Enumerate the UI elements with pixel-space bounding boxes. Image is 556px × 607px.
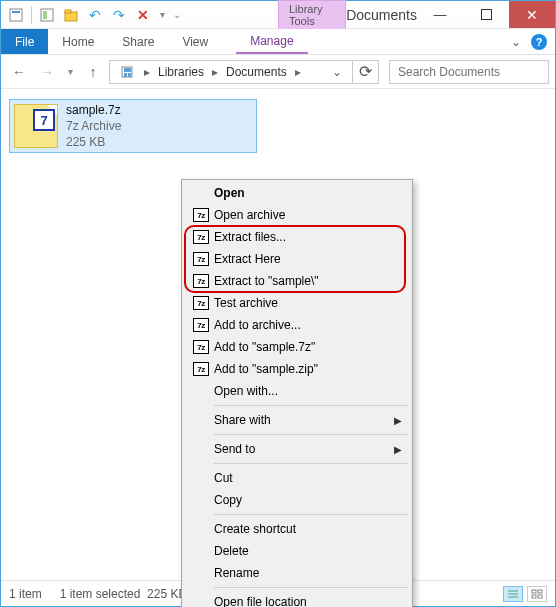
7z-icon: 7z xyxy=(193,274,209,288)
menu-test-archive[interactable]: 7zTest archive xyxy=(184,292,410,314)
view-details-button[interactable] xyxy=(503,586,523,602)
share-tab[interactable]: Share xyxy=(108,29,168,54)
menu-send-to[interactable]: Send to▶ xyxy=(184,438,410,460)
file-item[interactable]: 7 sample.7z 7z Archive 225 KB xyxy=(9,99,257,153)
file-size: 225 KB xyxy=(66,134,121,150)
chevron-right-icon[interactable]: ▸ xyxy=(142,65,152,79)
menu-add-to-zip[interactable]: 7zAdd to "sample.zip" xyxy=(184,358,410,380)
undo-icon[interactable]: ↶ xyxy=(84,4,106,26)
explorer-window: ↶ ↷ ✕ ▾ ⌄ Library Tools Documents — ✕ Fi… xyxy=(0,0,556,607)
menu-separator xyxy=(214,587,408,588)
menu-open-archive[interactable]: 7zOpen archive xyxy=(184,204,410,226)
svg-rect-9 xyxy=(128,73,131,77)
menu-extract-files[interactable]: 7zExtract files... xyxy=(184,226,410,248)
qat-properties-icon[interactable] xyxy=(36,4,58,26)
window-title: Documents xyxy=(346,1,417,28)
7z-icon: 7z xyxy=(193,230,209,244)
status-item-count: 1 item xyxy=(9,587,42,601)
back-button[interactable]: ← xyxy=(7,60,31,84)
menu-add-to-archive[interactable]: 7zAdd to archive... xyxy=(184,314,410,336)
help-icon[interactable]: ? xyxy=(531,34,547,50)
svg-rect-3 xyxy=(43,11,47,19)
ribbon-context-group: Library Tools xyxy=(188,1,346,28)
delete-icon[interactable]: ✕ xyxy=(132,4,154,26)
svg-rect-10 xyxy=(124,68,131,72)
home-tab[interactable]: Home xyxy=(48,29,108,54)
menu-open[interactable]: Open xyxy=(184,182,410,204)
7z-icon: 7z xyxy=(193,362,209,376)
view-tab[interactable]: View xyxy=(168,29,222,54)
file-type: 7z Archive xyxy=(66,118,121,134)
svg-rect-5 xyxy=(65,10,71,13)
qat-overflow-icon[interactable]: ⌄ xyxy=(170,4,184,26)
quick-access-toolbar: ↶ ↷ ✕ ▾ ⌄ xyxy=(1,1,188,28)
breadcrumb-libraries[interactable]: Libraries xyxy=(152,65,210,79)
qat-dropdown-icon[interactable]: ▾ xyxy=(156,4,168,26)
qat-app-icon[interactable] xyxy=(5,4,27,26)
menu-separator xyxy=(214,405,408,406)
search-box[interactable]: ⌕ xyxy=(389,60,549,84)
svg-rect-1 xyxy=(12,11,20,13)
history-dropdown-icon[interactable]: ▾ xyxy=(63,60,77,84)
svg-rect-15 xyxy=(538,590,542,593)
qat-separator xyxy=(31,6,32,24)
minimize-button[interactable]: — xyxy=(417,1,463,28)
svg-rect-14 xyxy=(532,590,536,593)
ribbon-tabs: File Home Share View Manage ⌄ ? xyxy=(1,29,555,55)
close-button[interactable]: ✕ xyxy=(509,1,555,28)
menu-copy[interactable]: Copy xyxy=(184,489,410,511)
menu-cut[interactable]: Cut xyxy=(184,467,410,489)
status-selection: 1 item selected 225 KB xyxy=(60,587,187,601)
chevron-right-icon[interactable]: ▸ xyxy=(210,65,220,79)
menu-open-file-location[interactable]: Open file location xyxy=(184,591,410,607)
submenu-arrow-icon: ▶ xyxy=(394,444,402,455)
svg-rect-17 xyxy=(538,595,542,598)
menu-separator xyxy=(214,514,408,515)
menu-add-to-7z[interactable]: 7zAdd to "sample.7z" xyxy=(184,336,410,358)
menu-extract-here[interactable]: 7zExtract Here xyxy=(184,248,410,270)
menu-rename[interactable]: Rename xyxy=(184,562,410,584)
menu-separator xyxy=(214,434,408,435)
refresh-button[interactable]: ⟳ xyxy=(353,60,379,84)
menu-separator xyxy=(214,463,408,464)
forward-button[interactable]: → xyxy=(35,60,59,84)
titlebar: ↶ ↷ ✕ ▾ ⌄ Library Tools Documents — ✕ xyxy=(1,1,555,29)
7z-icon: 7z xyxy=(193,340,209,354)
archive-file-icon: 7 xyxy=(14,104,58,148)
up-button[interactable]: ↑ xyxy=(81,60,105,84)
menu-open-with[interactable]: Open with... xyxy=(184,380,410,402)
submenu-arrow-icon: ▶ xyxy=(394,415,402,426)
menu-extract-to[interactable]: 7zExtract to "sample\" xyxy=(184,270,410,292)
window-controls: — ✕ xyxy=(417,1,555,28)
context-menu: Open 7zOpen archive 7zExtract files... 7… xyxy=(181,179,413,607)
ribbon-collapse-icon[interactable]: ⌄ xyxy=(511,35,521,49)
chevron-right-icon[interactable]: ▸ xyxy=(293,65,303,79)
svg-rect-0 xyxy=(10,9,22,21)
7z-icon: 7z xyxy=(193,208,209,222)
search-input[interactable] xyxy=(396,64,550,80)
file-name: sample.7z xyxy=(66,102,121,118)
breadcrumb-dropdown-icon[interactable]: ⌄ xyxy=(326,65,348,79)
7z-icon: 7z xyxy=(193,252,209,266)
redo-icon[interactable]: ↷ xyxy=(108,4,130,26)
svg-rect-16 xyxy=(532,595,536,598)
manage-tab[interactable]: Manage xyxy=(236,29,307,54)
content-area[interactable]: 7 sample.7z 7z Archive 225 KB Open 7zOpe… xyxy=(1,89,555,580)
menu-delete[interactable]: Delete xyxy=(184,540,410,562)
breadcrumb[interactable]: ▸ Libraries ▸ Documents ▸ ⌄ xyxy=(109,60,353,84)
menu-create-shortcut[interactable]: Create shortcut xyxy=(184,518,410,540)
menu-share-with[interactable]: Share with▶ xyxy=(184,409,410,431)
file-meta: sample.7z 7z Archive 225 KB xyxy=(66,102,121,151)
qat-newfolder-icon[interactable] xyxy=(60,4,82,26)
svg-rect-6 xyxy=(481,10,491,20)
ribbon-context-label: Library Tools xyxy=(278,0,346,29)
breadcrumb-documents[interactable]: Documents xyxy=(220,65,293,79)
7z-icon: 7z xyxy=(193,296,209,310)
view-icons-button[interactable] xyxy=(527,586,547,602)
navigation-bar: ← → ▾ ↑ ▸ Libraries ▸ Documents ▸ ⌄ ⟳ ⌕ xyxy=(1,55,555,89)
svg-rect-8 xyxy=(124,73,127,77)
maximize-button[interactable] xyxy=(463,1,509,28)
breadcrumb-root-icon[interactable] xyxy=(114,65,142,79)
7z-icon: 7z xyxy=(193,318,209,332)
file-tab[interactable]: File xyxy=(1,29,48,54)
